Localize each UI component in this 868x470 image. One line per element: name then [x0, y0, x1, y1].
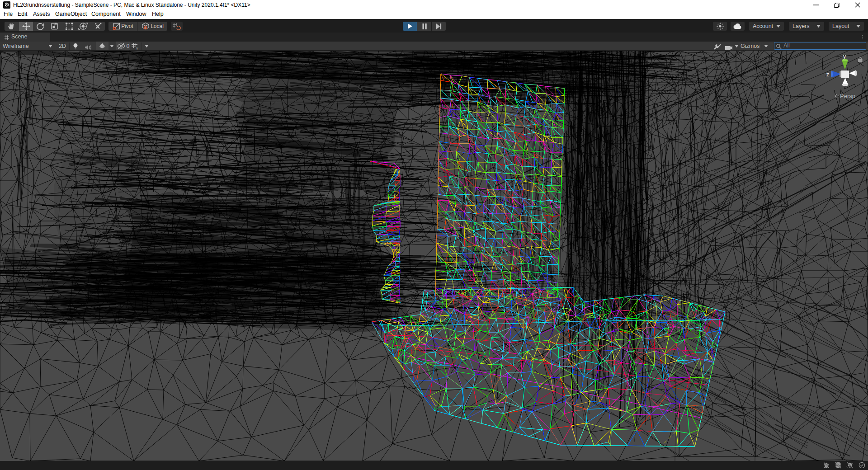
- svg-text:z: z: [826, 71, 830, 78]
- svg-text:Y: Y: [136, 47, 139, 50]
- svg-text:y: y: [843, 53, 846, 60]
- svg-text:Persp: Persp: [840, 93, 855, 99]
